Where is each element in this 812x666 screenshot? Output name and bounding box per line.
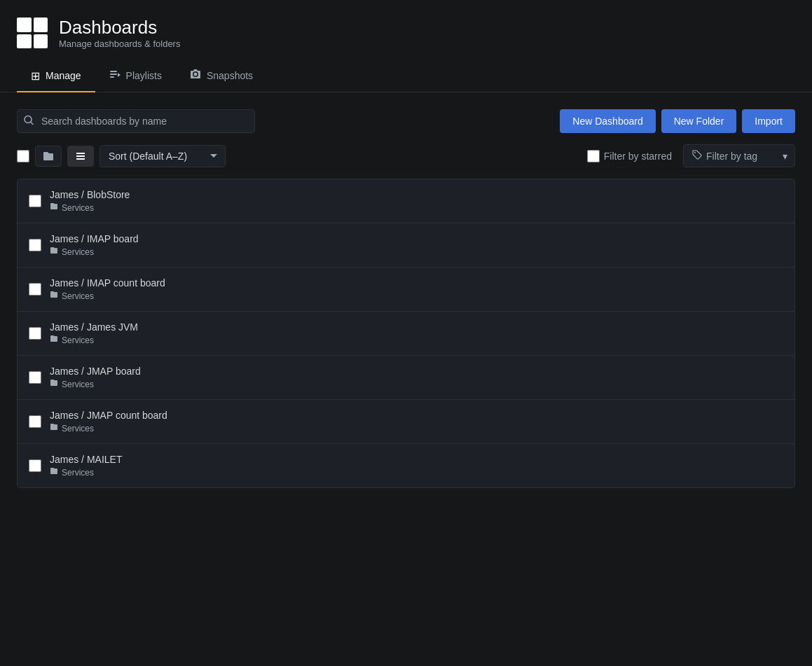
item-title: James / MAILET — [50, 454, 122, 465]
tab-playlists-label: Playlists — [126, 70, 162, 81]
dashboard-list: James / BlobStore Services James / IMAP … — [0, 179, 812, 488]
tab-snapshots[interactable]: Snapshots — [176, 60, 267, 92]
item-title: James / JMAP count board — [50, 410, 167, 421]
item-info: James / IMAP count board Services — [50, 277, 165, 301]
list-item[interactable]: James / BlobStore Services — [18, 179, 794, 223]
folder-name: Services — [62, 291, 94, 301]
svg-rect-0 — [110, 71, 117, 72]
item-info: James / MAILET Services — [50, 454, 122, 478]
folder-icon — [50, 247, 58, 257]
folder-icon — [50, 423, 58, 433]
item-folder: Services — [50, 423, 167, 433]
svg-rect-8 — [76, 158, 85, 160]
folder-icon — [50, 379, 58, 389]
filter-tag-dropdown[interactable]: Filter by tag ▾ — [683, 144, 795, 167]
svg-rect-1 — [110, 74, 117, 75]
item-folder: Services — [50, 247, 139, 257]
item-checkbox[interactable] — [29, 195, 41, 207]
filter-starred-checkbox[interactable] — [587, 150, 600, 162]
filter-tag-text: Filter by tag — [706, 151, 757, 162]
filter-bar: Sort (Default A–Z) Filter by starred Fil… — [0, 144, 812, 179]
item-folder: Services — [50, 467, 122, 478]
filter-starred-label[interactable]: Filter by starred — [587, 150, 672, 162]
search-input[interactable] — [17, 109, 255, 133]
new-dashboard-button[interactable]: New Dashboard — [560, 109, 655, 133]
list-item[interactable]: James / IMAP count board Services — [18, 268, 794, 312]
item-folder: Services — [50, 291, 165, 301]
filter-starred-text: Filter by starred — [604, 151, 672, 162]
item-info: James / BlobStore Services — [50, 189, 130, 213]
folder-name: Services — [62, 380, 94, 389]
item-folder: Services — [50, 379, 141, 389]
search-container — [17, 109, 255, 133]
item-checkbox[interactable] — [29, 327, 41, 340]
folder-icon — [50, 291, 58, 301]
page-header: Dashboards Manage dashboards & folders — [0, 0, 812, 60]
search-icon — [24, 116, 34, 127]
svg-rect-6 — [76, 153, 85, 154]
list-item[interactable]: James / James JVM Services — [18, 312, 794, 356]
folder-name: Services — [62, 424, 94, 433]
item-title: James / BlobStore — [50, 189, 130, 200]
page-title: Dashboards — [59, 17, 180, 39]
list-item[interactable]: James / MAILET Services — [18, 444, 794, 487]
app-logo — [17, 18, 48, 48]
playlists-icon — [109, 69, 121, 83]
tab-manage[interactable]: ⊞ Manage — [17, 60, 95, 92]
svg-marker-3 — [118, 73, 121, 77]
folder-name: Services — [62, 468, 94, 478]
list-container: James / BlobStore Services James / IMAP … — [17, 179, 795, 488]
snapshots-icon — [190, 69, 201, 83]
list-view-button[interactable] — [67, 146, 94, 167]
manage-icon: ⊞ — [31, 69, 40, 83]
item-checkbox[interactable] — [29, 239, 41, 251]
list-item[interactable]: James / JMAP board Services — [18, 356, 794, 400]
svg-point-9 — [694, 152, 696, 153]
item-info: James / JMAP count board Services — [50, 410, 167, 433]
folder-name: Services — [62, 203, 94, 213]
svg-rect-2 — [110, 76, 114, 78]
page-subtitle: Manage dashboards & folders — [59, 39, 180, 49]
item-folder: Services — [50, 202, 130, 213]
tab-snapshots-label: Snapshots — [207, 70, 253, 81]
list-item[interactable]: James / JMAP count board Services — [18, 400, 794, 444]
item-checkbox[interactable] — [29, 459, 41, 472]
folder-icon — [50, 202, 58, 213]
item-title: James / IMAP count board — [50, 277, 165, 289]
item-info: James / James JVM Services — [50, 321, 138, 345]
folder-name: Services — [62, 247, 94, 257]
item-title: James / James JVM — [50, 321, 138, 333]
tab-manage-label: Manage — [46, 70, 81, 81]
item-checkbox[interactable] — [29, 283, 41, 296]
tab-playlists[interactable]: Playlists — [95, 60, 176, 92]
filter-right: Filter by starred Filter by tag ▾ — [587, 144, 795, 167]
tag-icon — [692, 150, 702, 162]
toolbar: New Dashboard New Folder Import — [0, 92, 812, 144]
list-item[interactable]: James / IMAP board Services — [18, 223, 794, 268]
folder-name: Services — [62, 335, 94, 345]
new-folder-button[interactable]: New Folder — [661, 109, 737, 133]
item-info: James / JMAP board Services — [50, 366, 141, 389]
chevron-down-icon: ▾ — [783, 151, 787, 162]
item-checkbox[interactable] — [29, 371, 41, 384]
item-title: James / JMAP board — [50, 366, 141, 377]
item-info: James / IMAP board Services — [50, 233, 139, 257]
folder-icon — [50, 467, 58, 478]
sort-select[interactable]: Sort (Default A–Z) — [99, 145, 226, 167]
item-folder: Services — [50, 335, 138, 345]
folder-icon — [50, 335, 58, 345]
filter-left: Sort (Default A–Z) — [17, 145, 226, 167]
svg-line-5 — [31, 123, 33, 125]
action-buttons: New Dashboard New Folder Import — [560, 109, 795, 133]
item-checkbox[interactable] — [29, 415, 41, 428]
svg-rect-7 — [76, 155, 85, 157]
folder-view-button[interactable] — [35, 146, 62, 167]
import-button[interactable]: Import — [742, 109, 795, 133]
header-text: Dashboards Manage dashboards & folders — [59, 17, 180, 49]
select-all-checkbox[interactable] — [17, 150, 29, 162]
tab-bar: ⊞ Manage Playlists Snapshots — [0, 60, 812, 92]
item-title: James / IMAP board — [50, 233, 139, 244]
